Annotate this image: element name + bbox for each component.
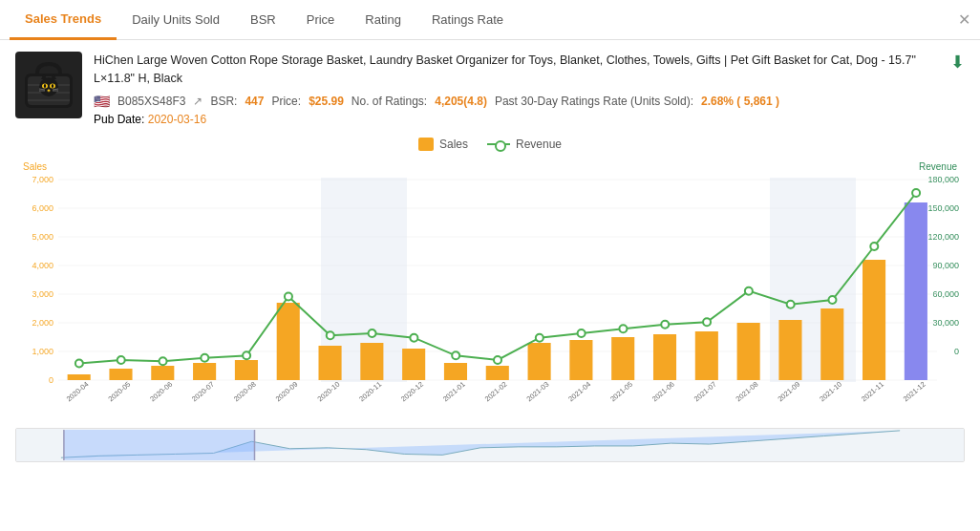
svg-text:2020-09: 2020-09	[274, 379, 300, 403]
svg-rect-60	[402, 349, 425, 380]
tab-bsr[interactable]: BSR	[235, 1, 291, 38]
svg-rect-78	[778, 320, 801, 380]
download-button[interactable]: ⬇	[950, 52, 965, 73]
pub-label: Pub Date:	[94, 113, 144, 126]
svg-text:0: 0	[49, 375, 53, 385]
svg-point-89	[201, 353, 208, 361]
product-info-area: HiChen Large Woven Cotton Rope Storage B…	[0, 40, 980, 138]
svg-text:2020-05: 2020-05	[106, 379, 132, 403]
svg-text:2020-07: 2020-07	[190, 379, 216, 403]
sales-legend-label: Sales	[439, 138, 468, 151]
svg-point-98	[578, 329, 586, 337]
svg-rect-54	[277, 303, 300, 380]
chart-legend: Sales Revenue	[0, 138, 980, 151]
flag-icon: 🇺🇸	[94, 94, 110, 109]
legend-sales: Sales	[418, 138, 468, 151]
svg-text:2020-10: 2020-10	[315, 379, 341, 403]
close-button[interactable]: ✕	[958, 11, 970, 29]
tab-rating[interactable]: Rating	[350, 1, 416, 38]
legend-revenue: Revenue	[487, 138, 562, 151]
svg-text:2021-09: 2021-09	[776, 379, 801, 403]
tab-bar: Sales Trends Daily Units Sold BSR Price …	[0, 0, 980, 40]
tab-sales-trends[interactable]: Sales Trends	[10, 0, 117, 40]
pub-date-value: 2020-03-16	[148, 113, 206, 126]
bsr-label: BSR:	[210, 95, 237, 108]
svg-rect-70	[611, 337, 634, 380]
svg-text:2021-10: 2021-10	[818, 379, 843, 403]
svg-text:6,000: 6,000	[32, 203, 53, 213]
svg-rect-66	[528, 343, 551, 380]
sales-color-swatch	[418, 138, 434, 151]
svg-point-103	[787, 300, 795, 308]
svg-text:2021-07: 2021-07	[692, 379, 718, 403]
svg-point-88	[160, 357, 167, 365]
svg-text:2021-12: 2021-12	[902, 379, 927, 403]
rate-label: Past 30-Day Ratings Rate (Units Sold):	[495, 95, 693, 108]
svg-point-102	[745, 287, 753, 294]
svg-point-11	[52, 84, 53, 88]
main-chart-svg: Sales Revenue 7,000 6,000 5,000 4,000 3,…	[15, 159, 965, 416]
svg-point-99	[619, 325, 627, 332]
svg-point-96	[494, 356, 501, 364]
svg-rect-44	[68, 374, 91, 380]
svg-point-90	[243, 351, 250, 359]
external-link-icon[interactable]: ↗	[193, 95, 202, 108]
svg-rect-74	[695, 331, 718, 380]
revenue-line-swatch	[487, 143, 510, 145]
svg-rect-56	[318, 346, 341, 380]
svg-text:Sales: Sales	[23, 161, 47, 172]
mini-scroll-chart[interactable]	[15, 428, 965, 462]
svg-text:2,000: 2,000	[32, 318, 53, 328]
revenue-legend-label: Revenue	[516, 138, 562, 151]
ratings-label: No. of Ratings:	[352, 95, 427, 108]
ratings-value: 4,205(4.8)	[435, 95, 487, 108]
svg-point-87	[117, 356, 125, 364]
svg-text:5,000: 5,000	[32, 232, 53, 242]
svg-point-92	[327, 331, 334, 339]
svg-point-106	[912, 189, 920, 197]
svg-point-5	[39, 77, 58, 96]
svg-text:1,000: 1,000	[32, 347, 53, 356]
svg-text:2020-06: 2020-06	[148, 379, 174, 403]
price-value: $25.99	[309, 95, 344, 108]
product-meta-row: 🇺🇸 B085XS48F3 ↗ BSR: 447 Price: $25.99 N…	[94, 94, 939, 109]
svg-point-93	[369, 329, 376, 337]
svg-rect-82	[863, 260, 885, 380]
svg-text:2021-04: 2021-04	[566, 379, 592, 403]
product-details: HiChen Large Woven Cotton Rope Storage B…	[94, 52, 939, 126]
svg-point-105	[870, 243, 878, 250]
svg-rect-80	[820, 308, 843, 380]
tab-price[interactable]: Price	[291, 1, 351, 38]
svg-rect-52	[235, 360, 258, 380]
svg-text:2020-12: 2020-12	[399, 379, 425, 403]
svg-text:3,000: 3,000	[32, 289, 53, 299]
tab-daily-units-sold[interactable]: Daily Units Sold	[117, 1, 235, 38]
chart-container: Sales Revenue 7,000 6,000 5,000 4,000 3,…	[0, 159, 980, 424]
svg-text:2021-11: 2021-11	[860, 379, 885, 403]
svg-rect-46	[109, 369, 132, 380]
rate-value: 2.68% ( 5,861 )	[701, 95, 779, 108]
svg-rect-58	[360, 343, 383, 380]
svg-text:2021-01: 2021-01	[441, 379, 467, 403]
svg-text:2021-06: 2021-06	[650, 379, 676, 403]
svg-text:2020-11: 2020-11	[357, 379, 383, 403]
svg-rect-64	[486, 366, 509, 380]
svg-point-97	[536, 333, 543, 341]
tab-ratings-rate[interactable]: Ratings Rate	[416, 1, 519, 38]
product-image	[15, 52, 82, 118]
svg-point-100	[661, 320, 669, 328]
asin-label: B085XS48F3	[117, 95, 185, 108]
svg-rect-48	[151, 366, 174, 380]
svg-text:2021-08: 2021-08	[735, 379, 760, 403]
svg-point-95	[452, 351, 459, 359]
svg-rect-50	[193, 363, 216, 380]
svg-text:2021-02: 2021-02	[483, 379, 509, 403]
svg-point-104	[828, 296, 836, 304]
svg-text:2020-08: 2020-08	[232, 379, 258, 403]
svg-point-10	[44, 84, 46, 88]
svg-text:2021-03: 2021-03	[525, 379, 551, 403]
svg-text:7,000: 7,000	[32, 175, 53, 184]
svg-point-86	[75, 359, 83, 367]
pub-date-row: Pub Date: 2020-03-16	[94, 113, 939, 126]
price-label: Price:	[271, 95, 301, 108]
